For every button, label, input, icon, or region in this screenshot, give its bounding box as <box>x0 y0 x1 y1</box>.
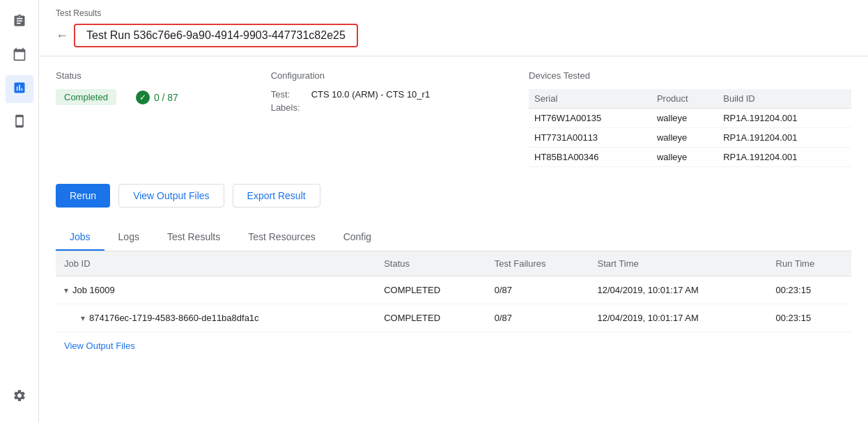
table-row: HT7731A00113 walleye RP1A.191204.001 <box>529 128 851 148</box>
sidebar-item-clipboard[interactable] <box>6 8 33 36</box>
job-failures: 0/87 <box>486 276 589 304</box>
device-buildid: RP1A.191204.001 <box>718 128 851 148</box>
jobs-table: Job ID Status Test Failures Start Time R… <box>56 251 851 332</box>
job-start-time: 12/04/2019, 10:01:17 AM <box>589 276 768 304</box>
job-run-time: 00:23:15 <box>768 304 851 332</box>
device-product: walleye <box>651 148 718 167</box>
chart-icon <box>13 81 26 98</box>
content-area: Status Completed ✓ 0 / 87 Configuration … <box>39 56 868 422</box>
job-id: ▾874176ec-1719-4583-8660-de11ba8dfa1c <box>56 304 375 332</box>
tab-config[interactable]: Config <box>330 224 385 251</box>
config-col: Configuration Test: CTS 10.0 (ARM) - CTS… <box>271 70 529 167</box>
table-row: HT76W1A00135 walleye RP1A.191204.001 <box>529 109 851 128</box>
config-test-row: Test: CTS 10.0 (ARM) - CTS 10_r1 <box>271 89 529 100</box>
main-content: Test Results ← Test Run 536c76e6-9a90-49… <box>39 0 868 422</box>
expand-icon[interactable]: ▾ <box>81 313 85 323</box>
tab-jobs[interactable]: Jobs <box>56 224 104 251</box>
job-failures: 0/87 <box>486 304 589 332</box>
table-row: ▾874176ec-1719-4583-8660-de11ba8dfa1c CO… <box>56 304 851 332</box>
view-output-files-link[interactable]: View Output Files <box>56 332 144 359</box>
config-test-key: Test: <box>271 89 306 100</box>
device-product: walleye <box>651 128 718 148</box>
device-product: walleye <box>651 109 718 128</box>
table-row: HT85B1A00346 walleye RP1A.191204.001 <box>529 148 851 167</box>
sidebar-item-settings[interactable] <box>6 383 33 411</box>
info-section: Status Completed ✓ 0 / 87 Configuration … <box>56 70 851 167</box>
device-serial: HT76W1A00135 <box>529 109 651 128</box>
calendar-icon <box>13 47 26 65</box>
devices-col-buildid: Build ID <box>718 89 851 109</box>
job-status: COMPLETED <box>375 304 486 332</box>
jobs-col-id: Job ID <box>56 251 375 276</box>
back-button[interactable]: ← <box>56 29 68 43</box>
devices-label: Devices Tested <box>529 70 851 81</box>
device-serial: HT7731A00113 <box>529 128 651 148</box>
rerun-button[interactable]: Rerun <box>56 184 110 208</box>
devices-col: Devices Tested Serial Product Build ID H… <box>529 70 851 167</box>
top-bar: Test Results ← Test Run 536c76e6-9a90-49… <box>39 0 868 56</box>
jobs-col-failures: Test Failures <box>486 251 589 276</box>
tabs: JobsLogsTest ResultsTest ResourcesConfig <box>56 224 851 251</box>
action-row: Rerun View Output Files Export Result <box>56 184 851 208</box>
tab-test-resources[interactable]: Test Resources <box>234 224 329 251</box>
tab-test-results[interactable]: Test Results <box>153 224 234 251</box>
phone-icon <box>13 114 26 132</box>
device-buildid: RP1A.191204.001 <box>718 109 851 128</box>
expand-icon[interactable]: ▾ <box>64 286 68 295</box>
settings-icon <box>13 389 26 406</box>
status-label: Status <box>56 70 271 81</box>
pass-indicator: ✓ 0 / 87 <box>136 91 178 104</box>
config-labels-row: Labels: <box>271 102 529 113</box>
job-start-time: 12/04/2019, 10:01:17 AM <box>589 304 768 332</box>
tab-logs[interactable]: Logs <box>104 224 153 251</box>
breadcrumb: Test Results <box>56 8 851 18</box>
devices-table: Serial Product Build ID HT76W1A00135 wal… <box>529 89 851 167</box>
sidebar-item-calendar[interactable] <box>6 42 33 70</box>
table-row: ▾Job 16009 COMPLETED 0/87 12/04/2019, 10… <box>56 276 851 304</box>
sidebar <box>0 0 39 422</box>
page-title: Test Run 536c76e6-9a90-4914-9903-447731c… <box>74 24 358 47</box>
status-col: Status Completed ✓ 0 / 87 <box>56 70 271 167</box>
title-row: ← Test Run 536c76e6-9a90-4914-9903-44773… <box>56 24 851 47</box>
jobs-col-start: Start Time <box>589 251 768 276</box>
clipboard-icon <box>13 14 26 31</box>
job-run-time: 00:23:15 <box>768 276 851 304</box>
config-labels-key: Labels: <box>271 102 306 113</box>
sidebar-item-devices[interactable] <box>6 109 33 136</box>
config-test-value: CTS 10.0 (ARM) - CTS 10_r1 <box>311 89 431 100</box>
export-result-button[interactable]: Export Result <box>233 184 320 208</box>
job-id: ▾Job 16009 <box>56 276 375 304</box>
check-circle-icon: ✓ <box>136 91 150 104</box>
devices-col-product: Product <box>651 89 718 109</box>
devices-col-serial: Serial <box>529 89 651 109</box>
jobs-col-status: Status <box>375 251 486 276</box>
device-serial: HT85B1A00346 <box>529 148 651 167</box>
status-badge: Completed <box>56 89 116 105</box>
view-output-button[interactable]: View Output Files <box>118 184 224 208</box>
jobs-col-runtime: Run Time <box>768 251 851 276</box>
sidebar-item-analytics[interactable] <box>6 75 33 103</box>
pass-count: 0 / 87 <box>154 92 178 103</box>
status-row: Completed ✓ 0 / 87 <box>56 89 271 105</box>
config-label: Configuration <box>271 70 529 81</box>
job-status: COMPLETED <box>375 276 486 304</box>
device-buildid: RP1A.191204.001 <box>718 148 851 167</box>
